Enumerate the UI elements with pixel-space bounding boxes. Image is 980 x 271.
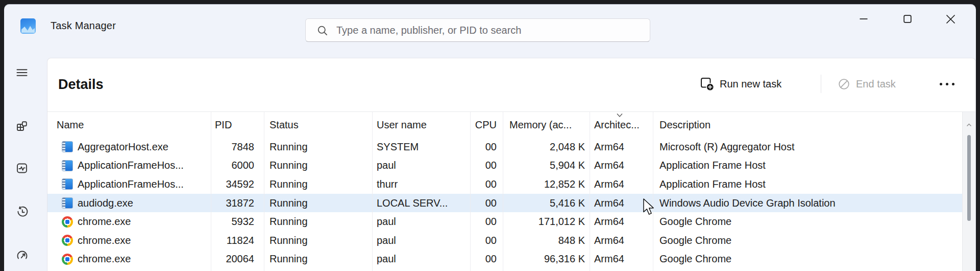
table-row[interactable]: ApplicationFrameHos... 6000 Running paul… (47, 156, 975, 175)
minimize-button[interactable] (853, 9, 874, 29)
page-title: Details (58, 77, 104, 93)
sidebar-item-performance[interactable] (12, 158, 32, 178)
table-header-row: Name PID Status User name CPU Memory (ac… (47, 112, 975, 138)
window-title: Task Manager (51, 20, 116, 32)
column-header-user-name[interactable]: User name (372, 119, 470, 131)
search-box[interactable] (305, 18, 650, 42)
run-new-task-icon (700, 77, 714, 91)
toolbar-divider (821, 75, 821, 93)
column-header-memory[interactable]: Memory (ac... (503, 119, 590, 131)
performance-icon (16, 162, 28, 174)
table-row-selected[interactable]: audiodg.exe 31872 Running LOCAL SERV... … (47, 194, 975, 213)
sort-indicator-chevron-down-icon (616, 113, 623, 118)
end-task-button[interactable]: End task (838, 74, 896, 94)
nav-menu-button[interactable] (12, 62, 32, 83)
process-icon (62, 254, 73, 265)
column-header-description[interactable]: Description (653, 119, 975, 131)
task-manager-window: Task Manager (4, 4, 976, 271)
table-row[interactable]: chrome.exe 11824 Running paul 00 848 K A… (47, 231, 975, 250)
close-button[interactable] (940, 9, 961, 29)
run-new-task-label: Run new task (720, 78, 781, 90)
process-icon (62, 216, 73, 228)
app-history-icon (16, 206, 29, 218)
maximize-button[interactable] (897, 9, 918, 29)
sidebar-item-app-history[interactable] (12, 201, 32, 222)
end-task-icon (838, 78, 850, 91)
column-header-architecture[interactable]: Architec... (590, 119, 653, 131)
minimize-icon (860, 15, 868, 23)
menu-icon (16, 66, 28, 79)
table-body: AggregatorHost.exe 7848 Running SYSTEM 0… (47, 138, 975, 268)
process-icon (62, 235, 73, 246)
column-header-status[interactable]: Status (264, 119, 372, 131)
end-task-label: End task (856, 78, 896, 90)
task-manager-logo-icon (20, 18, 36, 34)
column-header-name[interactable]: Name (47, 119, 211, 131)
table-row[interactable]: chrome.exe 20064 Running paul 00 96,316 … (47, 250, 975, 269)
process-icon (62, 178, 73, 190)
scrollbar-up-arrow-icon[interactable] (966, 123, 972, 127)
more-options-button[interactable] (940, 77, 954, 91)
table-row[interactable]: AggregatorHost.exe 7848 Running SYSTEM 0… (47, 138, 975, 156)
maximize-icon (903, 15, 912, 23)
process-icon (62, 197, 73, 209)
details-panel: Details Run new task End task (47, 58, 976, 271)
ellipsis-icon (940, 83, 942, 85)
process-icon (62, 160, 73, 171)
processes-icon (16, 120, 28, 132)
column-header-pid[interactable]: PID (211, 119, 264, 131)
details-table: Name PID Status User name CPU Memory (ac… (47, 111, 975, 271)
run-new-task-button[interactable]: Run new task (700, 74, 781, 94)
table-row[interactable]: chrome.exe 5932 Running paul 00 171,012 … (47, 212, 975, 231)
search-input[interactable] (306, 19, 650, 41)
scrollbar-thumb[interactable] (967, 135, 971, 221)
close-icon (946, 15, 955, 24)
sidebar-item-processes[interactable] (12, 116, 32, 137)
vertical-scrollbar[interactable] (962, 112, 975, 271)
column-header-cpu[interactable]: CPU (470, 119, 503, 131)
sidebar-item-startup-apps[interactable] (12, 245, 32, 265)
process-icon (62, 141, 73, 152)
startup-apps-icon (16, 249, 29, 262)
table-row[interactable]: ApplicationFrameHos... 34592 Running thu… (47, 175, 975, 194)
